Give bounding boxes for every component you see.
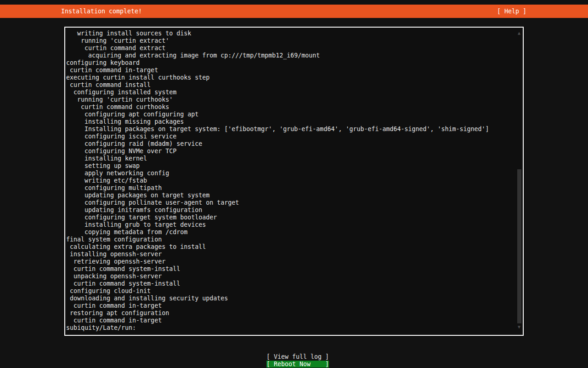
log-line: configuring multipath xyxy=(66,184,515,192)
log-line: restoring apt configuration xyxy=(66,310,515,317)
log-line: curtin command in-target xyxy=(66,67,515,74)
log-line: configuring raid (mdadm) service xyxy=(66,140,515,148)
log-line: subiquity/Late/run: xyxy=(66,324,515,332)
log-line: configuring NVMe over TCP xyxy=(66,148,515,155)
log-line: unpacking openssh-server xyxy=(66,273,515,280)
log-line: curtin command extract xyxy=(66,45,515,52)
log-line: downloading and installing security upda… xyxy=(66,295,515,302)
log-line: configuring iscsi service xyxy=(66,133,515,140)
log-line: configuring target system bootloader xyxy=(66,214,515,221)
log-line: writing etc/fstab xyxy=(66,177,515,184)
log-line: installing openssh-server xyxy=(66,251,515,258)
reboot-now-button[interactable]: [ Reboot Now ] xyxy=(266,361,329,368)
log-line: curtin command system-install xyxy=(66,280,515,288)
log-line: acquiring and extracting image from cp:/… xyxy=(66,52,515,59)
log-line: curtin command curthooks xyxy=(66,104,515,111)
log-line: configuring pollinate user-agent on targ… xyxy=(66,199,515,207)
log-line: curtin command in-target xyxy=(66,317,515,324)
log-line: curtin command system-install xyxy=(66,265,515,273)
log-line: configuring cloud-init xyxy=(66,288,515,295)
log-line: updating packages on target system xyxy=(66,192,515,199)
log-line: updating initramfs configuration xyxy=(66,207,515,214)
log-line: installing missing packages xyxy=(66,118,515,126)
install-log: writing install sources to disk running … xyxy=(66,30,515,332)
scroll-up-icon[interactable]: ▲ xyxy=(516,31,522,35)
install-log-panel: writing install sources to disk running … xyxy=(64,27,524,336)
log-line: configuring installed system xyxy=(66,89,515,96)
log-line: configuring apt configuring apt xyxy=(66,111,515,118)
log-line: retrieving openssh-server xyxy=(66,258,515,265)
log-line: final system configuration xyxy=(66,236,515,243)
page-title: Installation complete! xyxy=(61,8,142,15)
title-bar: Installation complete! [ Help ] xyxy=(0,5,588,18)
scrollbar-thumb[interactable] xyxy=(517,169,521,323)
log-line: executing curtin install curthooks step xyxy=(66,74,515,81)
log-line: Installing packages on target system: ['… xyxy=(66,126,515,133)
log-line: writing install sources to disk xyxy=(66,30,515,37)
log-line: installing grub to target devices xyxy=(66,221,515,229)
log-line: apply networking config xyxy=(66,170,515,177)
log-line: running 'curtin curthooks' xyxy=(66,96,515,104)
log-line: setting up swap xyxy=(66,162,515,170)
log-line: curtin command install xyxy=(66,81,515,89)
help-button[interactable]: [ Help ] xyxy=(497,8,526,15)
log-line: running 'curtin extract' xyxy=(66,37,515,45)
footer-row-reboot: [ Reboot Now ] xyxy=(0,354,588,368)
log-line: curtin command in-target xyxy=(66,302,515,310)
log-line: configuring keyboard xyxy=(66,59,515,67)
log-line: copying metadata from /cdrom xyxy=(66,229,515,236)
log-line: installing kernel xyxy=(66,155,515,162)
scroll-down-icon[interactable]: ▼ xyxy=(516,325,522,329)
log-line: calculating extra packages to install xyxy=(66,243,515,251)
